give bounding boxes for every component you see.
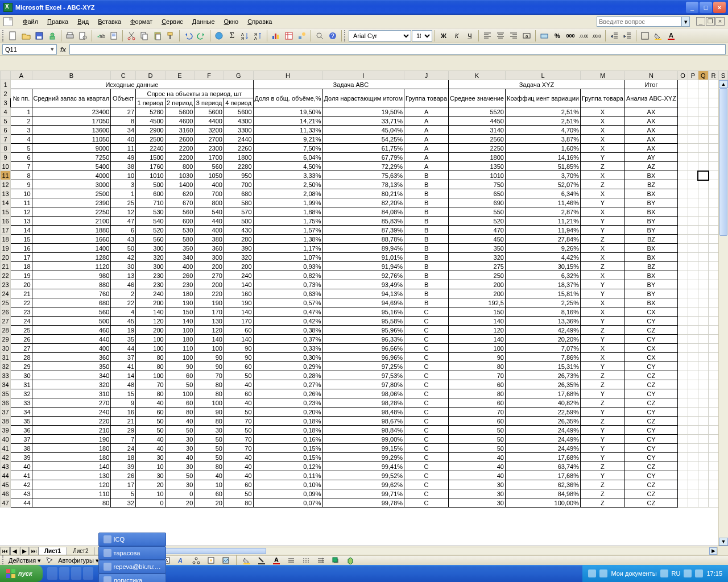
menu-Формат[interactable]: Формат [126,17,157,26]
row-header[interactable]: 16 [1,217,11,226]
table-row[interactable]: 3532310158010080600,26%98,06%C8017,68%YC… [1,389,728,398]
redo-icon[interactable] [195,30,208,42]
table-row[interactable]: 3330340141006070500,28%97,53%C7026,73%ZC… [1,371,728,380]
col-header-B[interactable]: B [32,71,111,80]
menu-Файл[interactable]: Файл [18,17,43,26]
row-header[interactable]: 14 [1,198,11,207]
taskbar-item[interactable]: ICQ [98,533,166,546]
table-row[interactable]: 1293000350014004007002,50%78,13%B75052,0… [1,180,728,189]
merge-center-icon[interactable]: a [520,30,533,42]
col-header-S[interactable]: S [719,71,728,80]
pivottable-icon[interactable] [283,30,295,42]
ask-input[interactable] [597,16,682,27]
row-header[interactable]: 11 [1,171,11,180]
col-header-C[interactable]: C [111,71,136,80]
row-header[interactable]: 32 [1,362,11,371]
table-row[interactable]: 3128360378010090900,30%96,96%C907,86%XCX [1,353,728,362]
tray-lang[interactable]: RU [672,570,681,577]
row-header[interactable]: 7 [1,135,11,144]
spreadsheet-grid[interactable]: ABCDEFGHIJKLMNOPQRS1Исходные данныеЗадач… [0,70,728,546]
col-header-O[interactable]: O [677,71,688,80]
row-header[interactable]: 23 [1,280,11,289]
row-header[interactable]: 39 [1,426,11,435]
col-header-E[interactable]: E [165,71,195,80]
bold-icon[interactable]: Ж [437,30,450,42]
table-row[interactable]: 343132048705080400,27%97,80%C6026,35%ZCZ [1,380,728,389]
table-row[interactable]: 242176022401802201600,63%94,13%B20015,81… [1,289,728,298]
table-row[interactable]: 40371907403050700,16%99,00%C5024,49%YCY [1,435,728,444]
row-header[interactable]: 43 [1,462,11,471]
undo-icon[interactable] [182,30,195,42]
sort-asc-icon[interactable]: AЯ [239,30,251,42]
col-header-P[interactable]: P [688,71,698,80]
draw-handle[interactable] [2,555,5,566]
col-header-A[interactable]: A [11,71,32,80]
row-header[interactable]: 26 [1,307,11,317]
row-header[interactable]: 6 [1,126,11,135]
table-row[interactable]: 631360034290031603200330011,33%45,04%A31… [1,126,728,135]
row-header[interactable]: 25 [1,298,11,307]
row-header[interactable]: 18 [1,235,11,244]
help-icon[interactable]: ? [326,30,339,42]
col-header-J[interactable]: J [404,71,449,80]
col-header-N[interactable]: N [624,71,677,80]
open-icon[interactable] [20,30,32,42]
format-painter-icon[interactable] [164,30,177,42]
scroll-down[interactable]: ▼ [719,538,728,546]
toolbar-handle-2[interactable] [344,30,346,41]
tray-icon[interactable] [660,569,668,577]
row-header[interactable]: 29 [1,335,11,344]
col-header-M[interactable]: M [580,71,624,80]
scroll-right[interactable]: ▶ [709,547,717,555]
name-box[interactable]: Q11▾ [2,44,57,55]
row-header[interactable]: 5 [1,117,11,126]
toolbar-handle[interactable] [2,30,5,41]
row-header[interactable]: 47 [1,498,11,508]
row-header[interactable]: 44 [1,471,11,480]
table-row[interactable]: 2320880462302302001400,73%93,49%B20018,3… [1,280,728,289]
col-header-G[interactable]: G [224,71,253,80]
print-icon[interactable] [64,30,76,42]
doc-minimize[interactable]: _ [696,17,705,26]
vertical-scrollbar[interactable]: ▲ ▼ [718,80,728,546]
tray-icon[interactable] [684,569,692,577]
tray-icon[interactable] [588,569,596,577]
quick-launch[interactable] [47,567,93,580]
table-row[interactable]: 8590001122402200230022607,50%61,75%A2250… [1,144,728,153]
align-left-icon[interactable] [481,30,494,42]
col-header-L[interactable]: L [505,71,580,80]
formula-input[interactable] [69,44,726,55]
taskbar-item[interactable]: тарасова [98,546,166,560]
menu-Окно[interactable]: Окно [220,17,243,26]
menu-Данные[interactable]: Данные [188,17,220,26]
menu-Вид[interactable]: Вид [73,17,93,26]
autosum-icon[interactable]: Σ [226,30,238,42]
percent-icon[interactable]: % [551,30,564,42]
autoshapes-menu[interactable]: Автофигуры ▾ [58,557,99,564]
table-row[interactable]: 52170508450046004400430014,21%33,71%A445… [1,117,728,126]
row-header[interactable]: 2 [1,89,11,98]
row-header[interactable]: 1 [1,80,11,89]
menu-Вставка[interactable]: Вставка [93,17,126,26]
taskbar-item[interactable]: repeva@bk.ru:… [98,560,166,573]
row-header[interactable]: 37 [1,408,11,417]
underline-icon[interactable]: Ч [464,30,476,42]
minimize-button[interactable]: _ [686,2,698,13]
permission-icon[interactable] [46,30,59,42]
fx-icon[interactable]: fx [60,46,66,53]
table-row[interactable]: 14112390257106708005801,99%82,20%B69011,… [1,198,728,207]
col-header-Q[interactable]: Q [698,71,708,80]
cut-icon[interactable] [125,30,138,42]
ask-question-box[interactable]: ▾ [597,16,690,27]
document-icon[interactable] [3,17,13,26]
table-row[interactable]: 393621029505030500,18%98,84%C5024,49%YCY [1,426,728,435]
print-preview-icon[interactable] [77,30,89,42]
row-header[interactable]: 15 [1,207,11,217]
align-right-icon[interactable] [507,30,520,42]
table-row[interactable]: 423918018304050400,15%99,29%C4017,68%YCY [1,453,728,462]
system-tray[interactable]: Мои документы RU 17:15 [582,565,728,582]
row-header[interactable]: 22 [1,271,11,280]
row-header[interactable]: 41 [1,444,11,453]
doc-restore[interactable]: ❐ [706,17,715,26]
drawing-icon[interactable] [296,30,308,42]
